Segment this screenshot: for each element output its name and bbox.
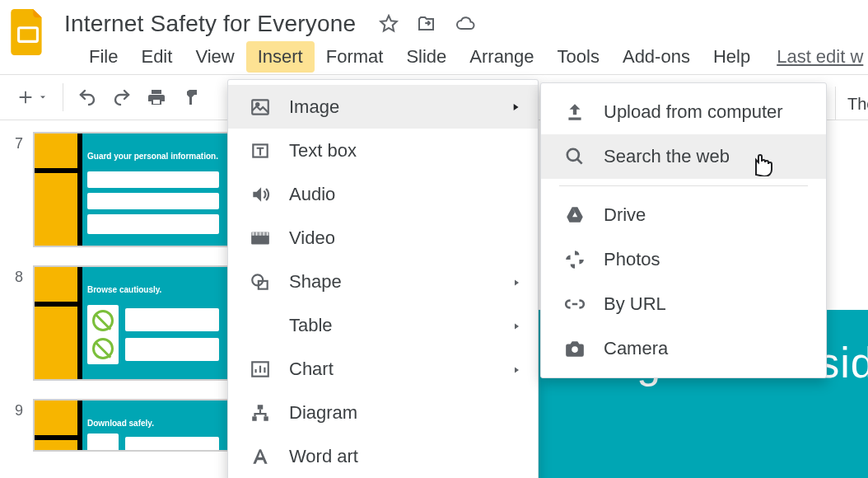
svg-rect-11 (252, 416, 256, 420)
slide-title: Download safely. (87, 419, 219, 428)
menuitem-label: Upload from computer (604, 101, 783, 123)
menuitem-label: Diagram (289, 402, 357, 424)
slide-number: 8 (7, 265, 23, 286)
redo-button[interactable] (108, 83, 136, 111)
submenu-arrow-icon (511, 315, 521, 336)
video-icon (248, 226, 273, 251)
themes-panel-label[interactable]: The (835, 87, 868, 120)
menu-edit[interactable]: Edit (129, 41, 184, 73)
image-drive[interactable]: Drive (541, 193, 826, 237)
toolbar (0, 83, 213, 111)
audio-icon (248, 182, 273, 207)
menu-insert[interactable]: Insert (246, 41, 315, 73)
paint-format-button[interactable] (177, 83, 205, 111)
last-edit-link[interactable]: Last edit w (777, 46, 863, 68)
svg-point-14 (567, 149, 579, 161)
search-icon (562, 144, 587, 169)
image-search-the-web[interactable]: Search the web (541, 134, 826, 179)
undo-button[interactable] (73, 83, 101, 111)
insert-audio[interactable]: Audio (228, 172, 538, 216)
menu-file[interactable]: File (77, 41, 129, 73)
insert-shape[interactable]: Shape (228, 260, 538, 303)
insert-text-box[interactable]: Text box (228, 129, 538, 172)
image-camera[interactable]: Camera (541, 326, 826, 371)
menu-separator (559, 185, 808, 186)
submenu-arrow-icon (510, 96, 521, 118)
textbox-icon (248, 138, 273, 163)
slides-app-icon[interactable] (7, 3, 49, 61)
svg-rect-12 (264, 416, 268, 420)
menuitem-label: Image (289, 96, 339, 118)
insert-diagram[interactable]: Diagram (228, 391, 538, 434)
insert-word-art[interactable]: Word art (228, 434, 538, 478)
menu-help[interactable]: Help (702, 41, 762, 73)
print-button[interactable] (142, 83, 170, 111)
menuitem-label: Drive (604, 204, 646, 226)
image-by-url[interactable]: By URL (541, 282, 826, 326)
slide-thumbnail[interactable]: 8 Browse cautiously. (7, 265, 238, 381)
svg-point-15 (572, 346, 578, 353)
insert-image[interactable]: Image (228, 85, 538, 129)
insert-video[interactable]: Video (228, 216, 538, 260)
insert-chart[interactable]: Chart (228, 347, 538, 391)
slide-thumbnail-panel: 7 Guard your personal information. 8 Bro… (0, 132, 239, 478)
wordart-icon (248, 444, 273, 469)
slide-thumbnail[interactable]: 7 Guard your personal information. (7, 132, 238, 247)
separator (63, 83, 63, 111)
svg-rect-13 (568, 118, 581, 120)
camera-icon (562, 336, 587, 361)
move-icon[interactable] (417, 14, 436, 34)
slide-number: 9 (7, 399, 23, 419)
menuitem-label: Table (289, 315, 333, 336)
link-icon (562, 292, 587, 316)
menu-format[interactable]: Format (315, 41, 395, 73)
cloud-status-icon[interactable] (455, 14, 476, 34)
svg-rect-1 (153, 100, 160, 104)
menuitem-label: Photos (604, 249, 660, 270)
menuitem-label: Chart (289, 358, 334, 380)
slide-title: Guard your personal information. (87, 152, 219, 161)
menuitem-label: Shape (289, 271, 342, 293)
submenu-arrow-icon (511, 358, 521, 380)
new-slide-button[interactable] (12, 85, 53, 110)
menuitem-label: Camera (604, 338, 668, 359)
chart-icon (248, 357, 273, 382)
menu-bar: File Edit View Insert Format Slide Arran… (0, 40, 868, 74)
insert-table[interactable]: Table (228, 303, 538, 347)
image-icon (248, 95, 273, 120)
menuitem-label: Search the web (604, 146, 730, 167)
menuitem-label: Text box (289, 140, 357, 162)
star-icon[interactable] (379, 14, 399, 34)
menu-view[interactable]: View (184, 41, 245, 73)
submenu-arrow-icon (511, 271, 521, 293)
insert-menu-dropdown: Image Text box Audio Video Shape Table C… (227, 79, 539, 478)
drive-icon (562, 203, 587, 227)
menu-arrange[interactable]: Arrange (458, 41, 545, 73)
image-upload-from-computer[interactable]: Upload from computer (541, 90, 826, 134)
insert-image-submenu: Upload from computer Search the web Driv… (540, 82, 827, 378)
shape-icon (248, 269, 273, 294)
slide-thumbnail[interactable]: 9 Download safely. (7, 399, 238, 452)
svg-point-3 (256, 103, 259, 105)
svg-rect-10 (258, 405, 264, 409)
menu-slide[interactable]: Slide (394, 41, 458, 73)
diagram-icon (248, 401, 273, 425)
photos-icon (562, 247, 587, 272)
menuitem-label: By URL (604, 293, 666, 315)
image-photos[interactable]: Photos (541, 237, 826, 282)
document-title[interactable]: Internet Safety for Everyone (64, 11, 356, 37)
upload-icon (562, 100, 587, 124)
slide-title: Browse cautiously. (87, 285, 219, 294)
menuitem-label: Word art (289, 446, 358, 467)
slide-number: 7 (7, 132, 23, 152)
menuitem-label: Audio (289, 184, 335, 205)
menuitem-label: Video (289, 227, 335, 249)
menu-addons[interactable]: Add-ons (611, 41, 702, 73)
menu-tools[interactable]: Tools (546, 41, 611, 73)
